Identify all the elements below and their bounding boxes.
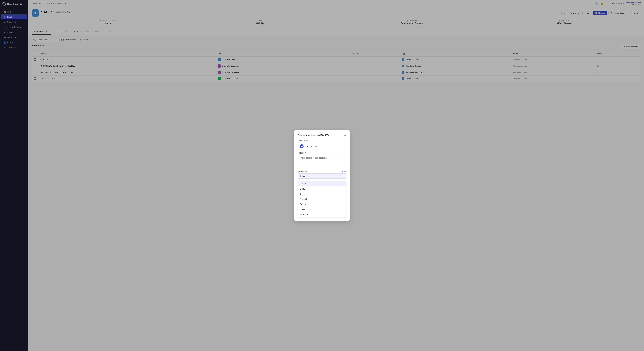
dropdown-item-1month[interactable]: 1 month — [298, 197, 346, 202]
request-access-modal: Request access to SALES ✕ Request for * … — [294, 130, 350, 221]
reason-section: Reason * — [298, 152, 346, 168]
dropdown-item-1week[interactable]: 1 week — [298, 191, 346, 197]
request-for-section: Request for * SB Sonia Beahan ▾ — [298, 140, 346, 149]
expires-dropdown: 1 hour 1 day 1 week 1 month 90 days 1 ye… — [298, 181, 346, 217]
modal-close-button[interactable]: ✕ — [344, 134, 346, 137]
chevron-down-icon: ▾ — [343, 175, 344, 177]
modal-overlay: Request access to SALES ✕ Request for * … — [0, 0, 644, 351]
expires-row: Expires In * custom — [298, 170, 346, 172]
dropdown-item-1hour[interactable]: 1 hour — [298, 181, 346, 186]
expires-select[interactable]: 1 hour ▾ — [298, 173, 346, 179]
dropdown-item-1year[interactable]: 1 year — [298, 207, 346, 212]
modal-header: Request access to SALES ✕ — [298, 134, 346, 137]
dropdown-item-indefinite[interactable]: Indefinite — [298, 212, 346, 217]
expires-label: Expires In * — [298, 170, 308, 172]
custom-link[interactable]: custom — [340, 170, 346, 172]
user-avatar: SB — [300, 144, 304, 148]
reason-textarea[interactable] — [298, 155, 346, 167]
modal-title: Request access to SALES — [298, 134, 328, 137]
reason-label: Reason * — [298, 152, 346, 154]
chevron-down-icon: ▾ — [343, 145, 344, 147]
expires-selected-value: 1 hour — [300, 175, 306, 177]
request-for-select[interactable]: SB Sonia Beahan ▾ — [298, 143, 346, 149]
dropdown-item-1day[interactable]: 1 day — [298, 186, 346, 191]
request-for-label: Request for * — [298, 140, 346, 142]
request-for-value: Sonia Beahan — [305, 145, 318, 147]
dropdown-item-90days[interactable]: 90 days — [298, 202, 346, 207]
expires-section: Expires In * custom 1 hour ▾ — [298, 170, 346, 179]
